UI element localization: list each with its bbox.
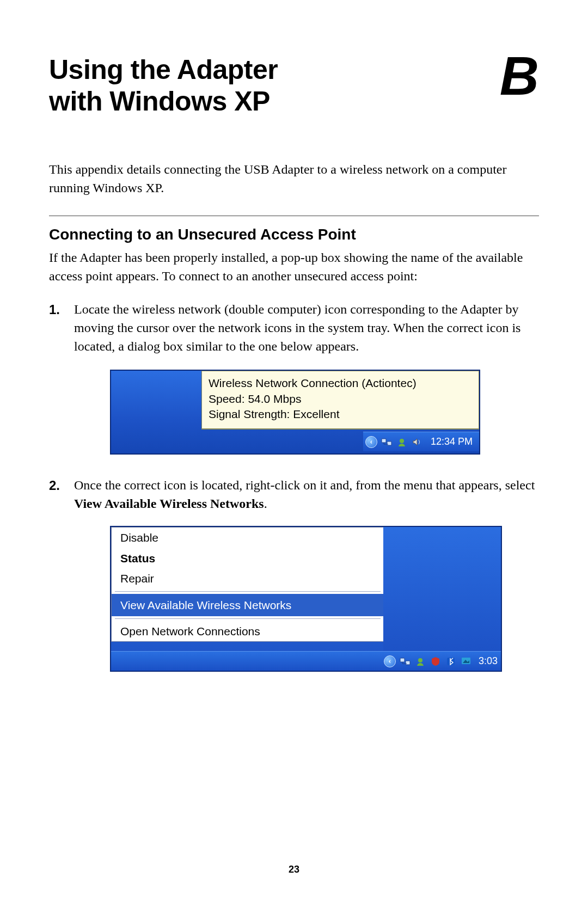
- section-intro: If the Adapter has been properly install…: [49, 249, 539, 285]
- svg-rect-4: [406, 661, 410, 665]
- step-2-bold: View Available Wireless Networks: [74, 496, 264, 511]
- messenger-icon[interactable]: [396, 436, 408, 448]
- svg-point-2: [400, 439, 404, 443]
- tooltip-line-1: Wireless Network Connection (Actiontec): [209, 377, 416, 389]
- antivirus-icon[interactable]: [430, 655, 442, 667]
- display-icon[interactable]: [460, 655, 472, 667]
- menu-item-repair[interactable]: Repair: [112, 568, 384, 588]
- page-number: 23: [0, 864, 588, 875]
- volume-icon[interactable]: [411, 436, 423, 448]
- appendix-letter: B: [500, 51, 539, 100]
- system-tray: ‹: [111, 651, 501, 671]
- svg-point-5: [418, 658, 422, 662]
- desktop-strip: [383, 527, 501, 651]
- title-line-1: Using the Adapter: [49, 54, 278, 85]
- menu-separator: [115, 591, 381, 592]
- menu-item-view-networks[interactable]: View Available Wireless Networks: [112, 594, 384, 616]
- system-tray: ‹ 12:34 PM: [363, 432, 479, 451]
- messenger-icon[interactable]: [414, 655, 426, 667]
- step-2-suffix: .: [264, 496, 267, 511]
- figure-tooltip-taskbar: Wireless Network Connection (Actiontec) …: [110, 370, 480, 455]
- svg-rect-3: [400, 658, 405, 662]
- step-1: Locate the wireless network (double comp…: [49, 300, 539, 455]
- taskbar-clock: 3:03: [475, 654, 499, 668]
- menu-item-status[interactable]: Status: [112, 548, 384, 568]
- section-heading: Connecting to an Unsecured Access Point: [49, 226, 539, 243]
- tooltip-line-3: Signal Strength: Excellent: [209, 408, 339, 420]
- menu-item-disable[interactable]: Disable: [112, 527, 384, 548]
- intro-paragraph: This appendix details connecting the USB…: [49, 161, 539, 197]
- tray-expand-icon[interactable]: ‹: [365, 436, 377, 448]
- menu-separator: [115, 618, 381, 619]
- taskbar-clock: 12:34 PM: [426, 435, 475, 449]
- network-icon[interactable]: [399, 655, 411, 667]
- section-divider: [49, 216, 539, 216]
- context-menu: Disable Status Repair View Available Wir…: [111, 527, 384, 642]
- network-tooltip: Wireless Network Connection (Actiontec) …: [201, 371, 479, 430]
- network-icon[interactable]: [381, 436, 393, 448]
- page-title: Using the Adapter with Windows XP: [49, 54, 278, 117]
- step-2: Once the correct icon is located, right-…: [49, 476, 539, 672]
- menu-item-open-connections[interactable]: Open Network Connections: [112, 621, 384, 641]
- tooltip-line-2: Speed: 54.0 Mbps: [209, 392, 301, 405]
- step-1-text: Locate the wireless network (double comp…: [74, 302, 520, 353]
- svg-rect-1: [387, 441, 391, 445]
- figure-context-menu: Disable Status Repair View Available Wir…: [110, 526, 502, 672]
- step-2-prefix: Once the correct icon is located, right-…: [74, 478, 535, 492]
- svg-rect-0: [382, 439, 386, 443]
- title-line-2: with Windows XP: [49, 86, 270, 116]
- bluetooth-icon[interactable]: [445, 655, 457, 667]
- tray-expand-icon[interactable]: ‹: [384, 655, 396, 667]
